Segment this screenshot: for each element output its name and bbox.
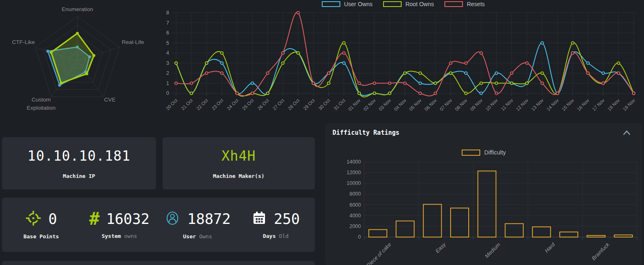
bar-y-tick: 14000 xyxy=(346,159,361,165)
data-point xyxy=(343,62,345,64)
line-x-tick: 12 Nov xyxy=(515,98,529,112)
stat-days-old: 250 Days Old xyxy=(237,198,315,252)
data-point xyxy=(221,72,223,74)
line-grid: 01234567820 Oct21 Oct22 Oct23 Oct24 Oct2… xyxy=(165,10,636,112)
line-x-tick: 29 Oct xyxy=(302,97,316,111)
data-point xyxy=(587,62,589,64)
data-point xyxy=(297,12,299,14)
data-point xyxy=(541,72,543,74)
user-owns-label: User Owns xyxy=(183,233,212,240)
legend-item-user-owns[interactable]: User Owns xyxy=(322,1,372,7)
data-point xyxy=(587,72,589,74)
bar-y-tick: 6000 xyxy=(349,202,361,208)
data-point xyxy=(388,92,391,94)
data-point xyxy=(190,82,193,84)
legend-item-resets[interactable]: Resets xyxy=(444,1,485,7)
legend-label: User Owns xyxy=(344,1,372,7)
difficulty-bar xyxy=(423,204,442,237)
data-point xyxy=(404,82,406,84)
line-x-tick: 23 Oct xyxy=(211,97,224,111)
legend-label: Resets xyxy=(467,1,485,7)
data-point xyxy=(343,52,345,54)
line-x-tick: 05 Nov xyxy=(408,98,422,112)
data-point xyxy=(465,62,467,64)
line-x-tick: 09 Nov xyxy=(469,98,483,112)
data-point xyxy=(480,52,482,54)
line-x-tick: 28 Oct xyxy=(287,97,300,111)
data-point xyxy=(556,92,559,94)
difficulty-bar xyxy=(451,208,469,237)
data-point xyxy=(434,92,437,94)
line-x-tick: 02 Nov xyxy=(363,98,377,112)
radar-axis-label: CVE xyxy=(104,97,116,103)
line-x-tick: 14 Nov xyxy=(546,98,560,112)
legend-label: Root Owns xyxy=(405,1,434,7)
difficulty-bar-chart[interactable]: 02000400060008000100001200014000Piece of… xyxy=(325,123,642,265)
line-x-tick: 10 Nov xyxy=(485,98,499,112)
data-point xyxy=(297,52,299,54)
radar-axis-label: Enumeration xyxy=(62,6,93,12)
machine-dashboard: { "theme": { "page_bg": "#1c1f24", "card… xyxy=(0,0,644,265)
data-point xyxy=(358,82,360,84)
data-point xyxy=(266,72,269,74)
line-x-tick: 13 Nov xyxy=(530,98,544,112)
difficulty-bar xyxy=(478,171,496,237)
radar-chart[interactable]: EnumerationReal-LifeCVECustomExploitatio… xyxy=(0,0,161,120)
line-x-tick: 11 Nov xyxy=(500,98,514,112)
data-point xyxy=(525,62,528,64)
user-owns-value: 18872 xyxy=(187,211,230,227)
line-x-tick: 03 Nov xyxy=(378,98,392,112)
user-icon xyxy=(164,210,181,228)
data-point xyxy=(617,72,620,74)
line-x-tick: 31 Oct xyxy=(333,97,346,111)
machine-maker-card: Xh4H Machine Maker(s) xyxy=(163,137,315,189)
data-point xyxy=(541,41,543,44)
data-point xyxy=(419,72,421,74)
line-x-tick: 01 Nov xyxy=(347,98,361,112)
data-point xyxy=(373,92,376,94)
bar-y-tick: 12000 xyxy=(346,170,361,175)
data-point xyxy=(343,41,345,44)
line-x-tick: 26 Oct xyxy=(256,97,270,111)
difficulty-bar xyxy=(396,221,414,237)
data-point xyxy=(328,72,330,74)
bar-x-label: Medium xyxy=(484,241,501,259)
data-point xyxy=(449,72,452,74)
line-x-tick: 07 Nov xyxy=(439,98,453,112)
resets-swatch-icon xyxy=(444,1,463,7)
data-point xyxy=(632,92,635,94)
data-point xyxy=(266,92,269,94)
bar-x-label: Piece of cake xyxy=(365,242,393,265)
days-old-value: 250 xyxy=(274,211,300,227)
line-x-tick: 17 Nov xyxy=(591,98,605,112)
machine-maker-value[interactable]: Xh4H xyxy=(221,148,256,164)
line-x-tick: 19 Nov xyxy=(622,98,636,112)
line-x-tick: 24 Oct xyxy=(226,97,239,111)
bar-y-tick: 10000 xyxy=(346,180,361,186)
difficulty-bar xyxy=(532,227,551,237)
data-point xyxy=(221,52,223,54)
days-old-label: Days Old xyxy=(263,233,289,239)
line-y-tick: 7 xyxy=(166,20,169,26)
data-point xyxy=(495,92,498,94)
difficulty-bar xyxy=(560,232,578,237)
radar-axis-label: CTF-Like xyxy=(12,39,35,45)
data-point xyxy=(617,62,620,64)
data-point xyxy=(480,92,482,94)
legend-item-root-owns[interactable]: Root Owns xyxy=(383,1,434,7)
bar-y-tick: 2000 xyxy=(349,224,361,229)
data-point xyxy=(358,92,360,94)
data-point xyxy=(175,62,177,64)
data-point xyxy=(419,82,421,84)
line-x-tick: 15 Nov xyxy=(561,98,575,112)
data-point xyxy=(602,72,604,74)
difficulty-bar xyxy=(614,235,632,237)
data-point xyxy=(465,92,467,94)
machine-ip-label: Machine IP xyxy=(63,173,95,179)
owns-resets-line-chart[interactable]: 01234567820 Oct21 Oct22 Oct23 Oct24 Oct2… xyxy=(163,0,644,120)
line-y-tick: 4 xyxy=(166,50,169,56)
data-point xyxy=(251,82,253,84)
difficulty-bar xyxy=(587,235,605,237)
base-points-value: 0 xyxy=(48,211,57,227)
stat-system-owns: # 16032 System owns xyxy=(80,198,158,252)
